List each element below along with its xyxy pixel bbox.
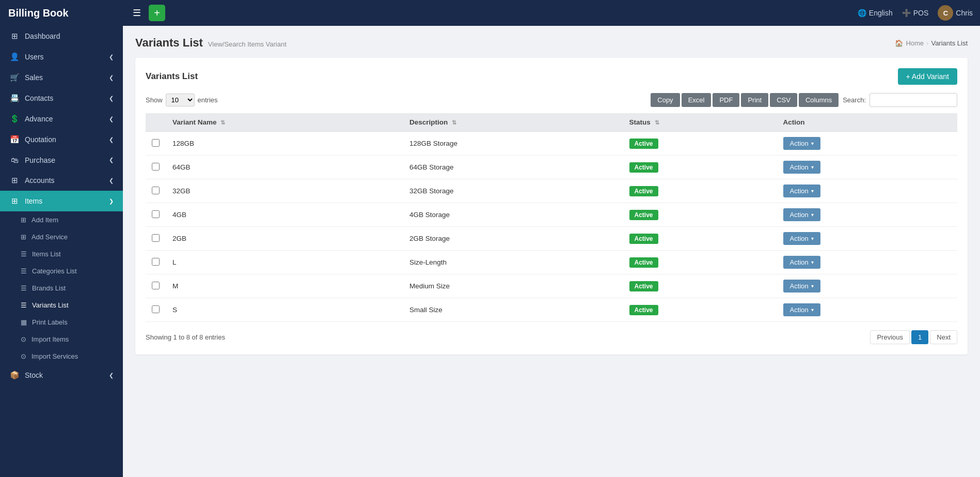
row-checkbox[interactable] — [152, 282, 160, 289]
csv-button[interactable]: CSV — [770, 93, 797, 107]
sidebar-sub-categories-list[interactable]: ☰ Categories List — [0, 263, 123, 280]
user-menu[interactable]: C Chris — [938, 5, 973, 21]
action-button[interactable]: Action ▾ — [783, 184, 820, 197]
sidebar-sub-import-items[interactable]: ⊙ Import Items — [0, 331, 123, 348]
row-status: Active — [623, 203, 777, 227]
action-button[interactable]: Action ▾ — [783, 303, 820, 316]
sidebar-item-quotation[interactable]: 📅 Quotation ❮ — [0, 129, 123, 150]
page-1-button[interactable]: 1 — [911, 330, 928, 344]
show-entries: Show 10 25 50 100 entries — [146, 94, 218, 106]
row-action-cell: Action ▾ — [777, 274, 957, 298]
table-btn-group: Copy Excel PDF Print CSV Columns — [651, 93, 839, 107]
row-checkbox-cell — [146, 132, 166, 156]
hamburger-button[interactable]: ☰ — [130, 5, 144, 21]
table-row: S Small Size Active Action ▾ — [146, 298, 957, 322]
col-checkbox — [146, 113, 166, 132]
sidebar-item-label: Accounts — [25, 176, 55, 184]
sidebar-item-label: Items — [25, 197, 42, 205]
caret-icon: ▾ — [811, 283, 814, 289]
row-checkbox-cell — [146, 203, 166, 227]
row-description: 128GB Storage — [403, 132, 623, 156]
sidebar-sub-print-labels[interactable]: ▦ Print Labels — [0, 314, 123, 331]
add-service-icon: ⊞ — [21, 233, 26, 241]
row-checkbox[interactable] — [152, 258, 160, 266]
sidebar-item-stock[interactable]: 📦 Stock ❮ — [0, 365, 123, 386]
breadcrumb-home[interactable]: Home — [906, 39, 924, 47]
row-variant-name: 32GB — [166, 179, 403, 203]
action-button[interactable]: Action ▾ — [783, 137, 820, 150]
action-button[interactable]: Action ▾ — [783, 232, 820, 245]
row-status: Active — [623, 227, 777, 251]
quotation-icon: 📅 — [9, 135, 20, 144]
chevron-right-icon: ❮ — [109, 136, 114, 143]
excel-button[interactable]: Excel — [682, 93, 712, 107]
add-button[interactable]: + — [149, 5, 165, 21]
row-description: 2GB Storage — [403, 227, 623, 251]
add-variant-button[interactable]: + Add Variant — [898, 68, 957, 85]
search-label: Search: — [843, 96, 866, 104]
row-checkbox[interactable] — [152, 210, 160, 218]
sidebar-item-items[interactable]: ⊞ Items ❯ — [0, 191, 123, 211]
action-button[interactable]: Action ▾ — [783, 161, 820, 174]
entries-select[interactable]: 10 25 50 100 — [166, 94, 195, 106]
sidebar-item-label: Users — [25, 53, 44, 61]
chevron-right-icon: ❮ — [109, 74, 114, 81]
row-description: Size-Length — [403, 251, 623, 274]
row-variant-name: L — [166, 251, 403, 274]
row-checkbox[interactable] — [152, 234, 160, 242]
row-checkbox[interactable] — [152, 163, 160, 171]
sidebar-sub-items-list[interactable]: ☰ Items List — [0, 245, 123, 263]
copy-button[interactable]: Copy — [651, 93, 679, 107]
action-button[interactable]: Action ▾ — [783, 208, 820, 221]
sort-icon: ⇅ — [452, 119, 456, 126]
sidebar-sub-label: Add Item — [31, 216, 58, 224]
table-controls: Show 10 25 50 100 entries Copy Excel PDF… — [146, 93, 957, 107]
prev-page-button[interactable]: Previous — [870, 330, 910, 344]
row-checkbox-cell — [146, 156, 166, 179]
table-row: L Size-Length Active Action ▾ — [146, 251, 957, 274]
sidebar-sub-add-service[interactable]: ⊞ Add Service — [0, 228, 123, 245]
search-area: Search: — [843, 93, 957, 107]
row-status: Active — [623, 156, 777, 179]
print-button[interactable]: Print — [741, 93, 768, 107]
sidebar-sub-variants-list[interactable]: ☰ Variants List — [0, 297, 123, 314]
row-checkbox[interactable] — [152, 187, 160, 194]
contacts-icon: 📇 — [9, 94, 20, 103]
sidebar-item-contacts[interactable]: 📇 Contacts ❮ — [0, 88, 123, 109]
action-button[interactable]: Action ▾ — [783, 280, 820, 293]
pdf-button[interactable]: PDF — [713, 93, 739, 107]
user-name: Chris — [956, 9, 973, 17]
sidebar-item-accounts[interactable]: ⊞ Accounts ❮ — [0, 170, 123, 191]
language-selector[interactable]: 🌐 English — [858, 9, 893, 17]
stock-icon: 📦 — [9, 371, 20, 380]
main-wrap: ☰ + 🌐 English ➕ POS C Chris Variants Lis… — [123, 0, 980, 477]
next-page-button[interactable]: Next — [930, 330, 957, 344]
sidebar-sub-import-services[interactable]: ⊙ Import Services — [0, 348, 123, 365]
search-input[interactable] — [870, 93, 957, 107]
sidebar-item-label: Purchase — [25, 156, 55, 164]
row-description: Small Size — [403, 298, 623, 322]
sidebar-sub-add-item[interactable]: ⊞ Add Item — [0, 211, 123, 228]
pos-button[interactable]: ➕ POS — [902, 9, 929, 17]
status-badge: Active — [629, 186, 658, 196]
sidebar-item-users[interactable]: 👤 Users ❮ — [0, 47, 123, 67]
sidebar-sub-brands-list[interactable]: ☰ Brands List — [0, 280, 123, 297]
sidebar-item-purchase[interactable]: 🛍 Purchase ❮ — [0, 150, 123, 170]
row-checkbox[interactable] — [152, 139, 160, 147]
row-status: Active — [623, 251, 777, 274]
row-checkbox[interactable] — [152, 305, 160, 313]
table-header-row: Variant Name ⇅ Description ⇅ Status ⇅ Ac… — [146, 113, 957, 132]
purchase-icon: 🛍 — [9, 156, 20, 164]
items-list-icon: ☰ — [21, 250, 27, 258]
chevron-right-icon: ❮ — [109, 372, 114, 379]
sidebar-item-dashboard[interactable]: ⊞ Dashboard — [0, 26, 123, 47]
row-action-cell: Action ▾ — [777, 203, 957, 227]
row-status: Active — [623, 274, 777, 298]
accounts-icon: ⊞ — [9, 176, 20, 185]
sidebar-item-advance[interactable]: 💲 Advance ❮ — [0, 109, 123, 129]
card-title: Variants List — [146, 71, 198, 82]
columns-button[interactable]: Columns — [799, 93, 839, 107]
action-button[interactable]: Action ▾ — [783, 256, 820, 269]
row-checkbox-cell — [146, 274, 166, 298]
sidebar-item-sales[interactable]: 🛒 Sales ❮ — [0, 67, 123, 88]
